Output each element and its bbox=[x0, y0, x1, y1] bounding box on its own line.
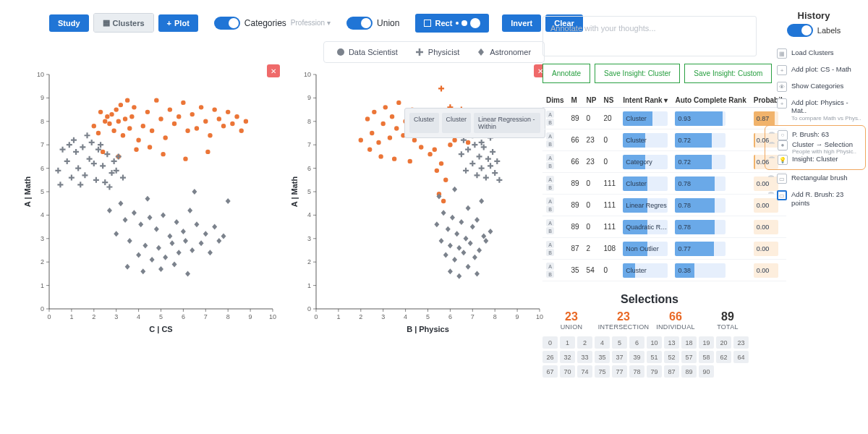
id-chip[interactable]: 79 bbox=[647, 365, 662, 378]
plot-left[interactable]: ✕ 001122334455667788991010C | CSA | Math bbox=[22, 67, 278, 335]
id-chip[interactable]: 6 bbox=[629, 336, 644, 349]
legend-ds: Data Scientist bbox=[337, 48, 398, 56]
svg-point-79 bbox=[208, 133, 212, 137]
history-node-icon: 👁 bbox=[777, 82, 787, 92]
id-chip[interactable]: 33 bbox=[577, 351, 592, 363]
col-ns[interactable]: NS bbox=[600, 93, 619, 108]
history-item[interactable]: 💡 Insight: Cluster bbox=[767, 155, 863, 165]
id-chip[interactable]: 0 bbox=[542, 336, 558, 349]
svg-point-48 bbox=[96, 131, 101, 135]
id-chip[interactable]: 2 bbox=[577, 336, 592, 349]
col-intent[interactable]: Intent Rank ▾ bbox=[619, 93, 671, 108]
id-chip[interactable]: 35 bbox=[595, 351, 610, 363]
history-node-icon: ▭ bbox=[777, 174, 787, 184]
svg-point-94 bbox=[92, 124, 96, 128]
table-row[interactable]: AB 89020 Cluster 0.93 0.87 bbox=[542, 108, 786, 129]
history-item[interactable]: ▭ Add R. Brush: 23 points bbox=[767, 190, 864, 207]
id-chip[interactable]: 37 bbox=[612, 351, 627, 363]
history-item[interactable]: + Add plot: CS - Math bbox=[767, 65, 864, 75]
id-chip[interactable]: 52 bbox=[664, 351, 679, 363]
id-chip[interactable]: 51 bbox=[647, 351, 662, 363]
id-chip[interactable]: 57 bbox=[681, 351, 697, 363]
id-chip[interactable]: 77 bbox=[612, 365, 627, 378]
svg-text:6: 6 bbox=[307, 165, 311, 172]
svg-point-58 bbox=[123, 116, 127, 121]
history-item[interactable]: ○ P. Brush: 63 bbox=[767, 130, 863, 140]
id-chip[interactable]: 75 bbox=[595, 365, 610, 378]
svg-point-91 bbox=[183, 156, 187, 161]
plot-right[interactable]: ✕ 001122334455667788991010B | PhysicsA |… bbox=[289, 67, 545, 335]
id-chip[interactable]: 89 bbox=[681, 365, 697, 378]
id-chip[interactable]: 13 bbox=[664, 336, 679, 349]
id-chip[interactable]: 78 bbox=[629, 365, 644, 378]
profession-dropdown[interactable]: Profession▾ bbox=[291, 19, 331, 27]
history-item[interactable]: ● Cluster → SelectionPeople with high Ph… bbox=[767, 140, 863, 155]
annotate-button[interactable]: Annotate bbox=[542, 64, 590, 83]
col-dims[interactable]: Dims bbox=[542, 93, 567, 108]
rect-brush-button[interactable]: Rect bbox=[415, 14, 489, 33]
tip-cluster-1[interactable]: Cluster bbox=[409, 113, 439, 133]
id-chip[interactable]: 1 bbox=[560, 336, 575, 349]
svg-text:10: 10 bbox=[269, 313, 276, 320]
history-node-icon: 💡 bbox=[778, 155, 788, 165]
annotate-input[interactable]: Annotate with your thoughts... bbox=[542, 16, 757, 56]
save-insight-custom[interactable]: Save Insight: Custom bbox=[684, 64, 772, 83]
table-row[interactable]: AB 890111 Cluster 0.78 0.00 bbox=[542, 173, 786, 195]
col-auto[interactable]: Auto Complete Rank bbox=[671, 93, 749, 108]
trash-icon[interactable] bbox=[767, 191, 775, 200]
clusters-button[interactable]: ▦Clusters bbox=[94, 14, 153, 32]
table-row[interactable]: AB 66230 Cluster 0.72 0.06 bbox=[542, 129, 786, 151]
id-chip[interactable]: 4 bbox=[595, 336, 610, 349]
id-chip[interactable]: 70 bbox=[560, 365, 575, 378]
id-chip[interactable]: 18 bbox=[681, 336, 697, 349]
id-chip[interactable]: 26 bbox=[542, 351, 558, 363]
id-chip[interactable]: 64 bbox=[733, 351, 749, 363]
id-chip[interactable]: 23 bbox=[733, 336, 749, 349]
id-chip[interactable]: 5 bbox=[612, 336, 627, 349]
history-item[interactable]: + Add plot: Physics - Mat..To compare Ma… bbox=[767, 98, 864, 122]
invert-button[interactable]: Invert bbox=[502, 14, 541, 32]
id-chip[interactable]: 67 bbox=[542, 365, 558, 378]
svg-point-61 bbox=[129, 114, 134, 119]
table-row[interactable]: AB 890111 Quadratic Reg 0.78 0.00 bbox=[542, 216, 786, 238]
tip-linreg[interactable]: Linear Regression - Within bbox=[474, 113, 540, 133]
svg-text:10: 10 bbox=[37, 71, 44, 78]
table-row[interactable]: AB 872108 Non Outlier 0.77 0.00 bbox=[542, 238, 786, 260]
svg-text:A | Math: A | Math bbox=[290, 176, 299, 208]
svg-point-96 bbox=[244, 119, 248, 124]
close-plot-left[interactable]: ✕ bbox=[267, 64, 280, 77]
svg-point-54 bbox=[114, 107, 119, 111]
id-chip[interactable]: 90 bbox=[699, 365, 714, 378]
add-plot-button[interactable]: +Plot bbox=[158, 14, 198, 32]
table-row[interactable]: AB 66230 Category 0.72 0.06 bbox=[542, 151, 786, 173]
history-item[interactable]: ▦ Load Clusters bbox=[767, 48, 864, 59]
table-row[interactable]: AB 890111 Linear Regres 0.78 0.00 bbox=[542, 195, 786, 216]
labels-toggle[interactable] bbox=[787, 24, 813, 37]
id-chip[interactable]: 62 bbox=[716, 351, 731, 363]
id-chip[interactable]: 58 bbox=[699, 351, 714, 363]
history-item[interactable]: ▭ Rectangular brush bbox=[767, 174, 864, 184]
table-row[interactable]: AB 35540 Cluster 0.38 0.00 bbox=[542, 260, 786, 281]
study-button[interactable]: Study bbox=[49, 14, 89, 32]
id-chip[interactable]: 74 bbox=[577, 365, 592, 378]
svg-point-82 bbox=[221, 124, 226, 128]
union-toggle[interactable] bbox=[346, 17, 373, 30]
right-panel: Annotate with your thoughts... Annotate … bbox=[542, 16, 757, 378]
id-chip[interactable]: 39 bbox=[629, 351, 644, 363]
id-chip[interactable]: 20 bbox=[716, 336, 731, 349]
history-item[interactable]: 👁 Show Categories bbox=[767, 82, 864, 92]
svg-text:6: 6 bbox=[41, 165, 44, 172]
tip-cluster-2[interactable]: Cluster bbox=[442, 113, 472, 133]
id-chip[interactable]: 32 bbox=[560, 351, 575, 363]
save-insight-cluster[interactable]: Save Insight: Cluster bbox=[595, 64, 680, 83]
categories-toggle[interactable] bbox=[214, 17, 240, 30]
id-chip[interactable]: 10 bbox=[647, 336, 662, 349]
id-chip[interactable]: 19 bbox=[699, 336, 714, 349]
col-np[interactable]: NP bbox=[583, 93, 600, 108]
col-m[interactable]: M bbox=[567, 93, 582, 108]
id-chip[interactable]: 87 bbox=[664, 365, 679, 378]
history-node-icon: ● bbox=[778, 140, 788, 150]
svg-text:B | Physics: B | Physics bbox=[407, 325, 449, 333]
svg-point-90 bbox=[161, 152, 165, 156]
selection-ids: 0124561013181920232632333537395152575862… bbox=[542, 336, 757, 378]
